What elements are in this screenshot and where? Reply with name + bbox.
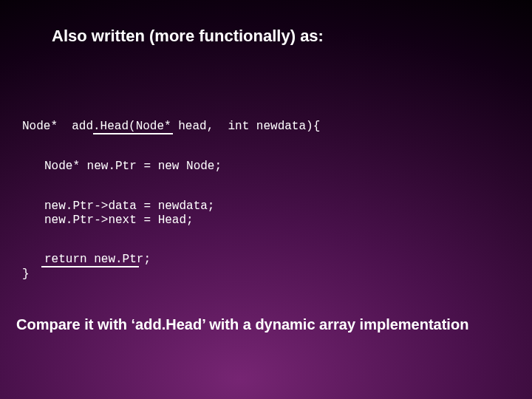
slide-footer: Compare it with ‘add.Head’ with a dynami…	[16, 316, 468, 333]
code-line-newptr: Node* new.Ptr = new Node;	[44, 160, 222, 173]
code-close-brace: }	[22, 267, 30, 281]
underline-return	[41, 266, 139, 267]
code-signature: Node* add.Head(Node* head, int newdata){	[22, 120, 320, 133]
code-line-next: new.Ptr->next = Head;	[44, 214, 194, 227]
underline-addhead	[93, 133, 173, 134]
code-line-data: new.Ptr->data = newdata;	[44, 200, 214, 213]
slide-title: Also written (more functionally) as:	[52, 27, 324, 46]
code-line-return: return new.Ptr;	[44, 253, 151, 266]
